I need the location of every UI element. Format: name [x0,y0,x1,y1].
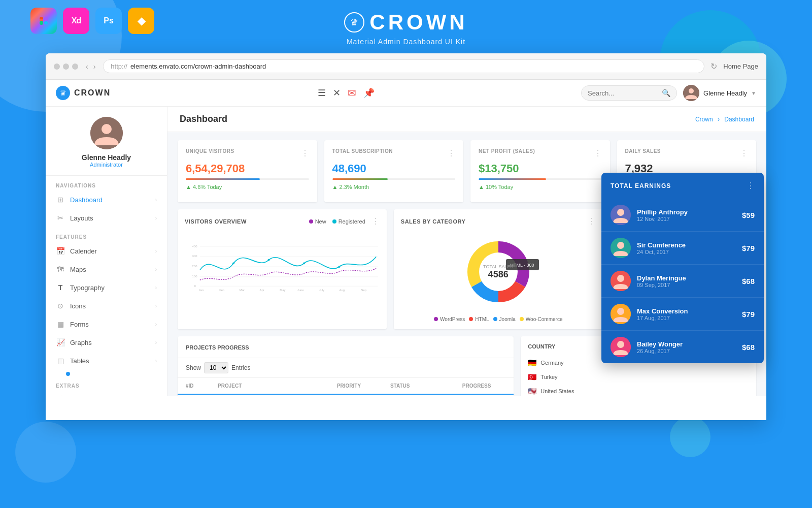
visitors-chart-header: VISITORS OVERVIEW New Registered ⋮ [185,216,380,226]
app-header: ♛ CROWN ☰ ✕ ✉ 📌 🔍 [46,80,766,107]
user-avatar-img [683,85,699,101]
calender-label: Calender [70,247,97,255]
page-header: Dashboard Crown › Dashboard [167,107,766,132]
svg-text:May: May [280,289,285,292]
home-page-label[interactable]: Home Page [723,62,758,70]
earnings-avatar-1 [611,238,631,258]
show-select[interactable]: 10 25 50 [204,362,228,373]
sales-chart-header: SALES BY CATEGORY ⋮ [401,216,596,226]
sidebar-item-maps-left: 🗺 Maps [56,265,86,273]
flag-tr: 🇹🇷 [528,373,536,381]
sidebar-item-graphs[interactable]: 📈 Graphs › [46,333,167,352]
legend-joomla: Joomla [493,316,516,322]
bg-decoration-5 [670,417,710,457]
stat-profit-label: NET PROFIT (SALES) [479,148,535,154]
sidebar-item-forms[interactable]: ▦ Forms › [46,315,167,333]
svg-text:Sep: Sep [361,289,366,292]
ps-icon: Ps [95,8,122,34]
sidebar-indicator [66,372,70,376]
legend-new: New [309,218,326,225]
earnings-item-3: Max Conversion 17 Aug, 2017 $79 [601,298,764,331]
sidebar-item-typography[interactable]: T Typography › [46,278,167,297]
sidebar-item-calender[interactable]: 📅 Calender › [46,242,167,260]
user-avatar[interactable]: Glenne Headly ▼ [683,85,756,101]
stat-visitors-label: UNIQUE VISITORS [186,148,234,154]
refresh-icon[interactable]: ↻ [710,61,717,71]
stat-daily-menu[interactable]: ⋮ [740,148,748,158]
row-progress-0: 40% [454,394,514,396]
col-progress: PROGRESS [454,378,514,394]
svg-text:HTML - 300: HTML - 300 [510,263,534,268]
tables-label: Tables [70,357,89,365]
svg-rect-2 [40,21,43,25]
sidebar-item-login[interactable]: 🔑 Login › [46,391,167,396]
country-name-de: Germany [540,360,563,366]
breadcrumb-home[interactable]: Crown [695,116,713,123]
country-item-tr: 🇹🇷 Turkey [521,370,756,384]
stat-subscription-value: 48,690 [332,162,456,175]
sidebar-item-maps[interactable]: 🗺 Maps › [46,260,167,278]
earnings-avatar-0 [611,205,631,225]
earnings-amount-0: $59 [742,211,755,219]
earnings-item-0: Phillip Anthropy 12 Nov, 2017 $59 [601,199,764,232]
stat-profit-change: 10% Today [479,184,602,190]
stat-daily-header: DAILY SALES ⋮ [625,148,749,158]
projects-table-card: PROJECTS PROGRESS Show 10 25 50 Entries [178,336,514,396]
breadcrumb-current: Dashboard [724,116,754,123]
login-icon: 🔑 [56,396,65,396]
flag-de: 🇩🇪 [528,359,536,367]
sidebar-item-dashboard-left: ⊞ Dashboard [56,196,103,204]
profile-name: Glenne Headly [46,153,167,162]
row-project-0: Make Webside Responsive [210,394,329,396]
search-input[interactable] [588,89,659,97]
sales-chart-menu[interactable]: ⋮ [588,216,596,226]
hamburger-icon[interactable]: ☰ [318,87,326,99]
earnings-header: TOTAL EARNINGS ⋮ [601,173,764,199]
line-chart-container: 400 300 200 100 0 [185,231,380,302]
sales-chart-title: SALES BY CATEGORY [401,218,465,225]
sidebar-item-layouts[interactable]: ✂ Layouts › [46,209,167,227]
earnings-date-2: 09 Sep, 2017 [637,282,736,288]
earnings-name-1: Sir Cumference [637,241,736,249]
mail-icon[interactable]: ✉ [348,87,356,99]
donut-center-label: TOTAL SALES 4586 [483,264,513,280]
browser-nav[interactable]: ‹ › [84,62,97,71]
tool-icons: Xd Ps ◆ [30,8,154,34]
projects-table: #ID PROJECT PRIORITY STATUS PROGRESS [178,378,514,396]
stat-subscription-menu[interactable]: ⋮ [447,148,455,158]
app-logo: ♛ CROWN [56,86,111,100]
svg-text:Feb: Feb [219,289,225,292]
stat-subscription-change: 2.3% Month [332,184,456,190]
search-box[interactable]: 🔍 [581,85,677,101]
brand-name: CROWN [369,10,467,35]
sidebar-item-dashboard[interactable]: ⊞ Dashboard › [46,190,167,209]
visitors-chart-menu[interactable]: ⋮ [371,216,380,226]
stat-profit-menu[interactable]: ⋮ [594,148,602,158]
sidebar-profile: Glenne Headly Administrator [46,107,167,176]
browser-dots [54,64,78,70]
search-submit-icon[interactable]: 🔍 [662,89,670,97]
sidebar-item-icons[interactable]: ⊙ Icons › [46,297,167,315]
stat-profit-bar [479,178,602,180]
col-project: PROJECT [210,378,329,394]
svg-rect-1 [44,17,48,21]
browser-dot-close [54,64,60,70]
nav-back[interactable]: ‹ [84,62,90,71]
earnings-info-4: Bailey Wonger 26 Aug, 2017 [637,340,736,354]
earnings-avatar-4 [611,337,631,357]
stat-visitors-menu[interactable]: ⋮ [301,148,309,158]
app-logo-text: CROWN [74,88,111,98]
pin-icon[interactable]: 📌 [363,87,375,99]
svg-point-20 [232,262,234,264]
sidebar-item-tables[interactable]: ▤ Tables › [46,352,167,370]
header-right: 🔍 Glenne Headly ▼ [581,85,756,101]
stat-card-visitors-header: UNIQUE VISITORS ⋮ [186,148,309,158]
nav-section-label: NAVIGATIONS [46,176,167,190]
dashboard-label: Dashboard [70,196,103,204]
forms-icon: ▦ [56,320,65,328]
graphs-label: Graphs [70,339,92,346]
earnings-menu[interactable]: ⋮ [747,181,755,190]
browser-url-bar[interactable]: http:// elements.envato.com/crown-admin-… [103,59,704,73]
close-icon[interactable]: ✕ [333,87,341,99]
nav-forward[interactable]: › [92,62,97,71]
